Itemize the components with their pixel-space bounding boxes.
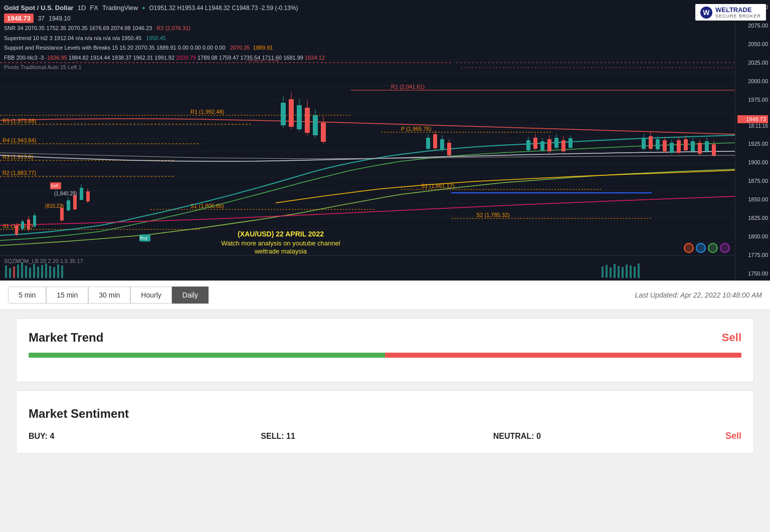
price-1800: 1800.00 xyxy=(737,233,768,239)
svg-rect-128 xyxy=(13,267,15,278)
price-scale: 2100.00 2075.00 2050.00 2025.00 2000.00 … xyxy=(735,0,770,281)
market-sentiment-title: Market Sentiment xyxy=(29,407,741,421)
main-content: Market Trend Sell Market Sentiment BUY: … xyxy=(8,318,762,454)
buy-value: 4 xyxy=(50,432,54,440)
chart-indicator-area: SQZMOM_LB 20 2 20 1.5 35.17 xyxy=(0,255,735,281)
chart-header: Gold Spot / U.S. Dollar 1D FX TradingVie… xyxy=(4,4,740,72)
chart-ohlc: O1951.32 H1953.44 L1948.32 C1948.73 -2.5… xyxy=(149,5,298,12)
tab-5min[interactable]: 5 min xyxy=(8,287,46,304)
price-row: 1948.73 37 1949.10 xyxy=(4,14,740,23)
indicator-snr: SNR 34 2070.35 1752.35 2070.35 1676.69 2… xyxy=(4,24,740,33)
price-1975: 1975.00 xyxy=(737,97,768,103)
svg-text:R2 (1,883.77): R2 (1,883.77) xyxy=(3,170,36,176)
indicator-support-resistance: Support and Resistance Levels with Break… xyxy=(4,44,740,53)
sentiment-neutral: NEUTRAL: 0 xyxy=(493,432,725,441)
price-2000: 2000.00 xyxy=(737,78,768,84)
chart-circles xyxy=(684,243,730,253)
market-trend-title: Market Trend xyxy=(29,331,103,345)
chart-area: R2 (2,076.31) R1 (2,041.61) R1 (1,992.48… xyxy=(0,60,735,255)
market-trend-card: Market Trend Sell xyxy=(16,318,754,382)
sentiment-row: BUY: 4 SELL: 11 NEUTRAL: 0 Sell xyxy=(29,431,741,441)
price-sub1: 37 xyxy=(38,15,44,22)
svg-text:(XAU/USD) 22 APRIL 2022: (XAU/USD) 22 APRIL 2022 xyxy=(238,230,324,238)
circle-2 xyxy=(696,243,706,253)
current-price-row: 1948.73 18:11:16 xyxy=(737,115,768,129)
svg-rect-148 xyxy=(630,265,632,278)
svg-text:Sell: Sell xyxy=(51,183,58,188)
sell-label: SELL: xyxy=(261,432,284,440)
svg-rect-132 xyxy=(29,268,31,278)
price-sub2: 1949.10 xyxy=(49,15,70,22)
svg-rect-126 xyxy=(5,265,7,278)
price-1825: 1825.00 xyxy=(737,215,768,221)
neutral-label: NEUTRAL: xyxy=(493,432,534,440)
svg-rect-136 xyxy=(45,263,47,278)
price-time: 18:11:16 xyxy=(737,123,768,129)
price-2025: 2025.00 xyxy=(737,60,768,66)
tab-hourly[interactable]: Hourly xyxy=(130,287,171,304)
price-1750: 1750.00 xyxy=(737,271,768,277)
svg-text:S2 (1,785.32): S2 (1,785.32) xyxy=(476,212,510,218)
tab-daily[interactable]: Daily xyxy=(172,287,209,304)
last-updated: Last Updated: Apr 22, 2022 10:48:00 AM xyxy=(635,291,762,299)
volume-bars xyxy=(0,260,735,281)
indicator-pivots: Pivots Traditional Auto 15 Left 1 xyxy=(4,63,740,72)
circle-1 xyxy=(684,243,694,253)
sentiment-signal: Sell xyxy=(725,431,741,441)
svg-rect-143 xyxy=(610,268,612,278)
price-1850: 1850.00 xyxy=(737,196,768,202)
svg-text:R5 (1,973.88): R5 (1,973.88) xyxy=(3,118,36,124)
svg-rect-142 xyxy=(606,265,608,278)
sentiment-buy: BUY: 4 xyxy=(29,432,261,441)
svg-rect-146 xyxy=(622,267,624,278)
svg-text:weltrade malaysia: weltrade malaysia xyxy=(254,247,307,255)
svg-text:R4 (1,943.84): R4 (1,943.84) xyxy=(3,137,36,143)
trend-bar-green xyxy=(29,353,385,358)
chart-timeframe: 1D xyxy=(78,4,86,12)
svg-rect-149 xyxy=(634,267,636,278)
svg-rect-147 xyxy=(626,264,628,278)
svg-rect-139 xyxy=(57,264,59,278)
price-2075: 2075.00 xyxy=(737,23,768,29)
svg-rect-131 xyxy=(25,265,27,278)
svg-rect-138 xyxy=(53,267,55,278)
neutral-value: 0 xyxy=(536,432,541,440)
svg-rect-144 xyxy=(614,264,616,278)
svg-text:Buy: Buy xyxy=(140,235,148,240)
market-trend-signal: Sell xyxy=(722,331,741,344)
trend-bar-red xyxy=(385,353,741,358)
chart-source: TradingView xyxy=(102,4,138,12)
market-sentiment-card: Market Sentiment BUY: 4 SELL: 11 NEUTRAL… xyxy=(16,390,754,454)
circle-4 xyxy=(720,243,730,253)
svg-rect-130 xyxy=(21,263,23,278)
svg-text:(810.22): (810.22) xyxy=(45,203,64,209)
svg-text:(1,840.25): (1,840.25) xyxy=(54,191,77,196)
svg-rect-127 xyxy=(9,268,11,278)
svg-rect-140 xyxy=(61,265,63,278)
chart-status-dot: ● xyxy=(142,5,145,11)
tab-bar: 5 min 15 min 30 min Hourly Daily Last Up… xyxy=(0,281,770,310)
tab-15min[interactable]: 15 min xyxy=(46,287,88,304)
chart-symbol: Gold Spot / U.S. Dollar xyxy=(4,4,74,12)
market-sentiment-section: Market Sentiment BUY: 4 SELL: 11 NEUTRAL… xyxy=(29,407,741,441)
svg-text:Watch more analysis on youtube: Watch more analysis on youtube channel xyxy=(221,239,340,247)
price-1775: 1775.00 xyxy=(737,252,768,258)
price-1925: 1925.00 xyxy=(737,141,768,147)
trend-bar xyxy=(29,353,741,358)
chart-container: W WELTRADE SECURE BROKER USD Gold Spot /… xyxy=(0,0,770,281)
svg-rect-141 xyxy=(602,267,604,278)
price-1900: 1900.00 xyxy=(737,159,768,165)
tab-30min[interactable]: 30 min xyxy=(88,287,130,304)
circle-3 xyxy=(708,243,718,253)
chart-type: FX xyxy=(90,4,98,12)
chart-title-row: Gold Spot / U.S. Dollar 1D FX TradingVie… xyxy=(4,4,740,12)
sell-value: 11 xyxy=(286,432,295,440)
svg-rect-134 xyxy=(37,267,39,278)
svg-text:R1 (1,992.48): R1 (1,992.48) xyxy=(190,109,224,115)
svg-rect-135 xyxy=(41,265,43,278)
svg-text:P (1,965.76): P (1,965.76) xyxy=(401,126,431,132)
svg-rect-137 xyxy=(49,266,51,278)
current-price-indicator: 1948.73 xyxy=(737,115,768,123)
svg-rect-133 xyxy=(33,264,35,278)
svg-rect-129 xyxy=(17,264,19,278)
